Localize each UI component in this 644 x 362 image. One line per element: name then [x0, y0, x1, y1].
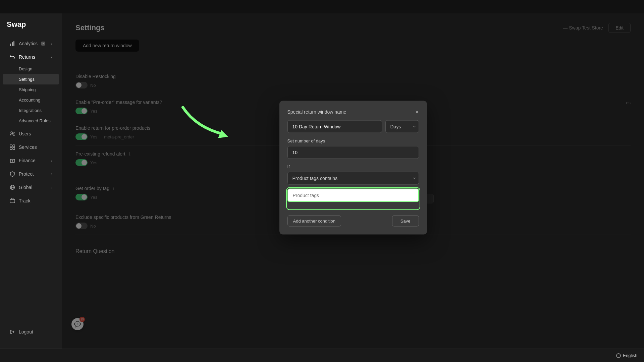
language-selector[interactable]: English	[616, 353, 637, 358]
days-select[interactable]: Days Weeks Months	[385, 120, 419, 133]
sub-item-settings[interactable]: Settings	[3, 74, 59, 84]
users-icon	[9, 131, 15, 137]
sidebar-item-label-global: Global	[19, 185, 32, 190]
if-label: If	[287, 164, 419, 169]
svg-point-3	[11, 132, 13, 134]
sidebar-item-users[interactable]: Users	[3, 127, 59, 140]
svg-rect-8	[13, 147, 15, 149]
svg-rect-2	[13, 41, 14, 46]
sidebar-item-label-returns: Returns	[19, 54, 35, 60]
bottom-bar: English	[0, 349, 644, 362]
sidebar-item-label-users: Users	[19, 131, 31, 136]
protect-chevron: ›	[51, 172, 52, 176]
top-bar	[0, 0, 644, 13]
modal-actions: Add another condition Save	[287, 216, 419, 227]
sidebar-item-analytics[interactable]: Analytics × ›	[3, 37, 59, 50]
sub-item-label-settings: Settings	[19, 77, 35, 82]
sidebar-item-finance[interactable]: Finance ›	[3, 154, 59, 167]
logout-icon	[9, 329, 15, 335]
modal-name-days-row: Days Weeks Months	[287, 120, 419, 133]
days-number-input[interactable]	[287, 146, 419, 159]
sub-item-integrations[interactable]: Integrations	[3, 105, 59, 116]
modal-header: Special return window name ×	[287, 109, 419, 115]
sidebar: Swap Analytics × › Returns	[0, 13, 62, 349]
product-tags-input-wrapper	[287, 189, 419, 209]
finance-icon	[9, 158, 15, 164]
sub-item-label-advanced-rules: Advanced Rules	[19, 118, 51, 123]
sub-item-design[interactable]: Design	[3, 64, 59, 74]
global-chevron: ›	[51, 186, 52, 189]
language-circle-icon	[616, 353, 621, 358]
sidebar-item-label-services: Services	[19, 144, 37, 150]
sidebar-item-track[interactable]: Track	[3, 194, 59, 207]
svg-rect-5	[10, 145, 12, 147]
add-condition-button[interactable]: Add another condition	[287, 216, 341, 227]
sidebar-item-services[interactable]: Services	[3, 141, 59, 154]
sidebar-item-label-analytics: Analytics	[19, 41, 38, 46]
sub-item-label-integrations: Integrations	[19, 108, 42, 113]
sub-item-accounting[interactable]: Accounting	[3, 95, 59, 105]
svg-rect-11	[10, 199, 15, 203]
global-icon	[9, 184, 15, 190]
main-content: Settings — Swap Test Store Edit Add new …	[62, 13, 644, 349]
services-icon	[9, 144, 15, 150]
app-logo: Swap	[0, 20, 62, 37]
analytics-badge: ×	[41, 42, 45, 46]
sub-item-label-design: Design	[19, 66, 32, 71]
return-window-name-input[interactable]	[287, 120, 382, 133]
modal-close-button[interactable]: ×	[415, 109, 419, 115]
sidebar-item-global[interactable]: Global ›	[3, 181, 59, 194]
sub-item-label-shipping: Shipping	[19, 87, 36, 92]
modal-title: Special return window name	[287, 109, 346, 115]
returns-chevron: ‹	[51, 55, 52, 59]
returns-icon	[9, 54, 15, 60]
condition-select[interactable]: Product tags contains Order tag contains…	[287, 172, 419, 185]
sub-item-shipping[interactable]: Shipping	[3, 84, 59, 95]
svg-point-4	[13, 132, 14, 133]
finance-chevron: ›	[51, 159, 52, 163]
svg-rect-6	[13, 145, 15, 147]
days-select-wrapper: Days Weeks Months	[385, 120, 419, 133]
sub-item-advanced-rules[interactable]: Advanced Rules	[3, 116, 59, 126]
sidebar-item-protect[interactable]: Protect ›	[3, 168, 59, 180]
analytics-chevron: ›	[51, 42, 52, 46]
svg-rect-0	[10, 44, 11, 46]
sidebar-item-label-logout: Logout	[19, 329, 33, 335]
protect-icon	[9, 171, 15, 177]
condition-select-wrapper: Product tags contains Order tag contains…	[287, 172, 419, 185]
track-icon	[9, 198, 15, 204]
sidebar-item-label-finance: Finance	[19, 158, 36, 163]
svg-rect-1	[12, 42, 13, 46]
modal: Special return window name × Days Weeks …	[279, 101, 427, 235]
product-tags-input[interactable]	[287, 189, 419, 202]
sidebar-item-logout[interactable]: Logout	[3, 325, 59, 338]
chart-icon	[9, 41, 15, 47]
condition-row: Product tags contains Order tag contains…	[287, 172, 419, 185]
sidebar-item-returns[interactable]: Returns ‹	[3, 51, 59, 63]
save-button[interactable]: Save	[392, 216, 419, 227]
set-days-label: Set number of days	[287, 138, 419, 143]
sidebar-item-label-protect: Protect	[19, 171, 34, 177]
sidebar-item-label-track: Track	[19, 198, 30, 203]
sub-item-label-accounting: Accounting	[19, 98, 40, 103]
svg-rect-7	[10, 147, 12, 149]
language-label: English	[623, 353, 637, 358]
